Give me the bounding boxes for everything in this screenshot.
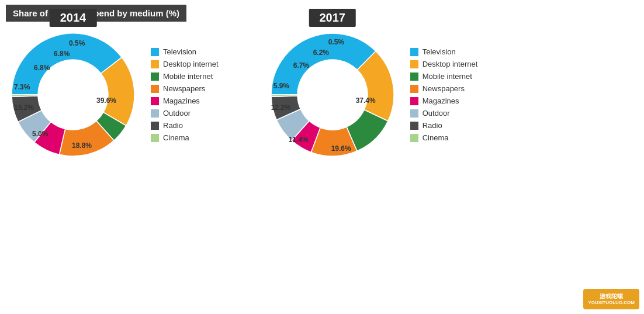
- legend-label: Television: [423, 47, 456, 56]
- segment-label: 6.7%: [293, 61, 309, 70]
- legend-color-box: [410, 109, 418, 118]
- legend-label: Desktop internet: [163, 60, 219, 68]
- year-label-2014: 2014: [50, 9, 97, 27]
- segment-label: 18.8%: [72, 142, 92, 150]
- legend-label: Magazines: [163, 96, 200, 105]
- chart-2014: 2014 39.6%18.8%5.0%15.2%7.3%6.8%6.8%0.5%…: [6, 27, 219, 162]
- legend-label: Radio: [163, 121, 183, 130]
- legend-item: Radio: [151, 121, 219, 130]
- legend-color-box: [410, 122, 418, 130]
- legend-item: Desktop internet: [410, 60, 478, 68]
- segment-label: 6.8%: [34, 64, 50, 72]
- legend-item: Mobile internet: [151, 72, 219, 81]
- segment-label: 6.8%: [54, 50, 70, 58]
- legend-item: Desktop internet: [151, 60, 219, 68]
- legend-color-box: [410, 60, 418, 68]
- segment-label: 0.5%: [69, 39, 85, 47]
- legend-color-box: [151, 122, 159, 130]
- legend-label: Newspapers: [423, 84, 465, 93]
- segment-label: 5.9%: [273, 82, 289, 90]
- legend-color-box: [151, 73, 159, 81]
- legend-label: Mobile internet: [423, 72, 472, 81]
- legend-color-box: [410, 134, 418, 142]
- legend-item: Outdoor: [151, 109, 219, 118]
- watermark-line1: 游戏陀螺: [588, 292, 635, 300]
- legend-item: Television: [410, 47, 478, 56]
- donut-2017: 2017 37.4%19.6%11.4%12.2%5.9%6.7%6.2%0.5…: [265, 27, 400, 162]
- segment-label: 15.2%: [14, 103, 34, 112]
- segment-label: 11.4%: [289, 136, 309, 144]
- legend-label: Outdoor: [163, 109, 191, 118]
- legend-item: Cinema: [410, 133, 478, 142]
- legend-label: Cinema: [163, 133, 189, 142]
- legend-label: Magazines: [423, 96, 459, 105]
- legend-label: Mobile internet: [163, 72, 213, 81]
- legend-color-box: [151, 60, 159, 68]
- legend-item: Radio: [410, 121, 478, 130]
- legend-item: Outdoor: [410, 109, 478, 118]
- segment-label: 0.5%: [328, 38, 344, 46]
- legend-color-box: [151, 109, 159, 118]
- watermark-line2: YOUXITUOLUO.COM: [588, 300, 635, 306]
- legend-label: Desktop internet: [423, 60, 478, 68]
- legend-color-box: [151, 85, 159, 93]
- segment-label: 39.6%: [96, 96, 116, 105]
- legend-item: Television: [151, 47, 219, 56]
- charts-container: 2014 39.6%18.8%5.0%15.2%7.3%6.8%6.8%0.5%…: [0, 27, 644, 162]
- segment-label: 19.6%: [331, 144, 351, 153]
- year-label-2017: 2017: [309, 9, 356, 27]
- legend-item: Magazines: [410, 96, 478, 105]
- legend-label: Radio: [423, 121, 442, 130]
- segment-label: 12.2%: [271, 103, 291, 112]
- segment-label: 37.4%: [356, 96, 376, 105]
- legend-color-box: [151, 134, 159, 142]
- legend-color-box: [151, 97, 159, 105]
- legend-item: Cinema: [151, 133, 219, 142]
- legend-item: Mobile internet: [410, 72, 478, 81]
- legend-color-box: [410, 85, 418, 93]
- segment-label: 5.0%: [32, 130, 48, 138]
- legend-color-box: [410, 73, 418, 81]
- legend-color-box: [410, 97, 418, 105]
- segment-label: 6.2%: [313, 49, 329, 57]
- chart-2017: 2017 37.4%19.6%11.4%12.2%5.9%6.7%6.2%0.5…: [265, 27, 478, 162]
- legend-2014: TelevisionDesktop internetMobile interne…: [151, 47, 219, 142]
- donut-2014: 2014 39.6%18.8%5.0%15.2%7.3%6.8%6.8%0.5%: [6, 27, 140, 162]
- legend-label: Newspapers: [163, 84, 205, 93]
- legend-item: Newspapers: [410, 84, 478, 93]
- legend-item: Magazines: [151, 96, 219, 105]
- segment-label: 7.3%: [14, 83, 30, 91]
- watermark: 游戏陀螺 YOUXITUOLUO.COM: [583, 289, 639, 309]
- legend-label: Outdoor: [423, 109, 450, 118]
- legend-label: Cinema: [423, 133, 449, 142]
- legend-color-box: [151, 48, 159, 56]
- legend-2017: TelevisionDesktop internetMobile interne…: [410, 47, 478, 142]
- legend-label: Television: [163, 47, 196, 56]
- legend-item: Newspapers: [151, 84, 219, 93]
- legend-color-box: [410, 48, 418, 56]
